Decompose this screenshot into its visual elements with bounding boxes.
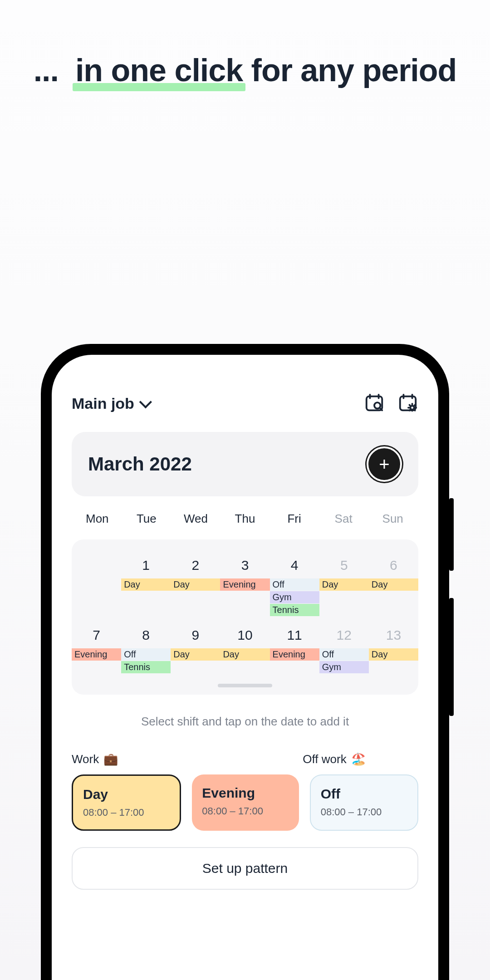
briefcase-icon: 💼	[103, 752, 118, 766]
app-topbar: Main job	[72, 393, 418, 414]
date-cell[interactable]: 10	[220, 621, 270, 648]
chips-cell: Tennis	[121, 661, 171, 674]
event-chip[interactable]: Gym	[319, 661, 369, 673]
chips-cell	[121, 591, 171, 604]
chips-cell	[171, 604, 220, 617]
hint-text: Select shift and tap on the date to add …	[72, 715, 418, 729]
date-cell[interactable]: 12	[319, 621, 369, 648]
offwork-section-label: Off work	[303, 752, 346, 766]
event-chip[interactable]: Day	[171, 578, 220, 591]
event-chip[interactable]: Evening	[270, 648, 319, 661]
chips-cell	[220, 604, 270, 617]
setup-pattern-button[interactable]: Set up pattern	[72, 847, 418, 890]
chips-cell: Day	[319, 578, 369, 591]
chips-row: TennisGym	[72, 661, 418, 674]
chips-cell	[72, 578, 121, 591]
chips-cell	[369, 591, 418, 604]
weekday-thu: Thu	[220, 509, 270, 529]
shift-card-row: Day 08:00 – 17:00 Evening 08:00 – 17:00 …	[72, 774, 418, 831]
chips-cell	[171, 661, 220, 674]
event-chip[interactable]: Off	[270, 578, 319, 591]
chips-cell: Day	[171, 648, 220, 661]
drag-handle[interactable]	[218, 684, 272, 687]
event-chip[interactable]: Day	[171, 648, 220, 661]
weekday-sun: Sun	[368, 509, 417, 529]
headline-prefix: ...	[34, 53, 59, 88]
shift-name: Off	[321, 786, 407, 802]
shift-time: 08:00 – 17:00	[202, 805, 289, 817]
weekday-tue: Tue	[122, 509, 172, 529]
date-cell[interactable]: 13	[369, 621, 418, 648]
chips-cell	[121, 604, 171, 617]
chips-cell: Gym	[270, 591, 319, 604]
weekday-mon: Mon	[73, 509, 122, 529]
chips-cell	[369, 604, 418, 617]
add-button[interactable]: +	[367, 446, 402, 482]
date-cell[interactable]: 5	[319, 551, 369, 578]
chips-cell: Tennis	[270, 604, 319, 617]
app-screen: Main job	[52, 355, 438, 980]
chips-cell	[319, 591, 369, 604]
chips-cell	[270, 661, 319, 674]
date-cell[interactable]: 4	[270, 551, 319, 578]
headline-part1: in one click	[75, 50, 243, 91]
beach-icon: 🏖️	[351, 752, 366, 766]
chips-cell: Gym	[319, 661, 369, 674]
event-chip[interactable]: Day	[369, 578, 418, 591]
shift-card-day[interactable]: Day 08:00 – 17:00	[72, 774, 181, 831]
chips-cell	[220, 661, 270, 674]
calendar-settings-icon[interactable]	[397, 393, 418, 414]
shift-name: Evening	[202, 785, 289, 801]
weekday-fri: Fri	[270, 509, 319, 529]
event-chip[interactable]: Tennis	[121, 661, 171, 673]
chips-cell: Day	[121, 578, 171, 591]
chips-cell	[72, 661, 121, 674]
event-chip[interactable]: Day	[369, 648, 418, 661]
chips-cell: Evening	[72, 648, 121, 661]
date-cell[interactable]: 2	[171, 551, 220, 578]
event-chip[interactable]: Gym	[270, 591, 319, 603]
weekday-sat: Sat	[319, 509, 368, 529]
weekday-row: Mon Tue Wed Thu Fri Sat Sun	[72, 509, 418, 529]
event-chip[interactable]: Day	[121, 578, 171, 591]
date-cell[interactable]: 8	[121, 621, 171, 648]
dates-row: 123456	[72, 551, 418, 578]
month-title: March 2022	[88, 453, 192, 475]
event-chip[interactable]: Tennis	[270, 604, 319, 616]
date-cell[interactable]: 6	[369, 551, 418, 578]
chips-row: Tennis	[72, 604, 418, 617]
shift-name: Day	[83, 787, 170, 802]
chips-cell	[72, 604, 121, 617]
chips-cell: Day	[220, 648, 270, 661]
shift-time: 08:00 – 17:00	[83, 807, 170, 818]
job-selector-label: Main job	[72, 395, 134, 412]
chips-cell	[171, 591, 220, 604]
chips-cell: Day	[171, 578, 220, 591]
chips-cell: Off	[270, 578, 319, 591]
event-chip[interactable]: Evening	[220, 578, 270, 591]
chips-cell: Day	[369, 648, 418, 661]
event-chip[interactable]: Off	[121, 648, 171, 661]
plus-icon: +	[379, 455, 389, 473]
date-cell[interactable]: 9	[171, 621, 220, 648]
chips-cell: Off	[319, 648, 369, 661]
calendar-search-icon[interactable]	[364, 393, 385, 414]
shift-card-off[interactable]: Off 08:00 – 17:00	[310, 774, 418, 831]
week-row: 78910111213EveningOffDayDayEveningOffDay…	[72, 621, 418, 674]
shift-time: 08:00 – 17:00	[321, 806, 407, 818]
month-header-card: March 2022 +	[72, 432, 418, 496]
shift-card-evening[interactable]: Evening 08:00 – 17:00	[192, 774, 299, 831]
event-chip[interactable]: Day	[220, 648, 270, 661]
headline-part2: for any period	[251, 53, 457, 88]
date-cell[interactable]: 3	[220, 551, 270, 578]
date-cell[interactable]: 11	[270, 621, 319, 648]
event-chip[interactable]: Off	[319, 648, 369, 661]
topbar-actions	[364, 393, 418, 414]
date-cell[interactable]: 7	[72, 621, 121, 648]
job-selector[interactable]: Main job	[72, 395, 149, 412]
event-chip[interactable]: Evening	[72, 648, 121, 661]
chips-row: DayDayEveningOffDayDay	[72, 578, 418, 591]
week-row: 123456DayDayEveningOffDayDayGymTennis	[72, 551, 418, 617]
event-chip[interactable]: Day	[319, 578, 369, 591]
date-cell[interactable]: 1	[121, 551, 171, 578]
